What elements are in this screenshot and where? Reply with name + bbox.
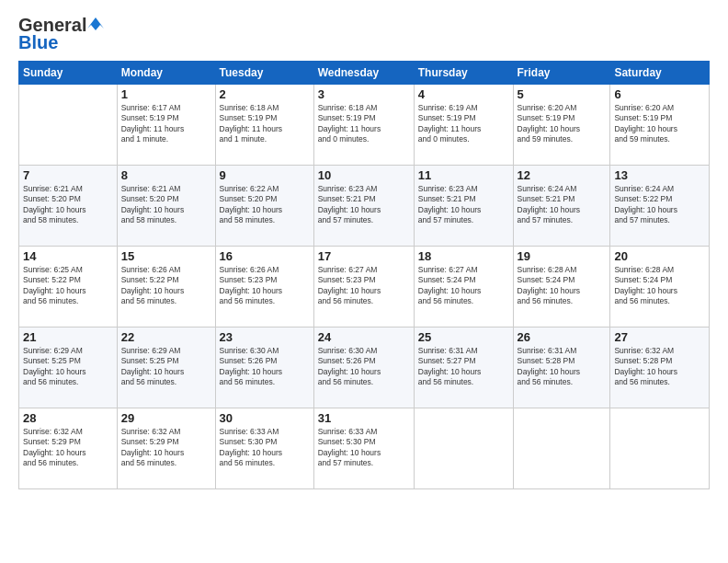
cell-info: Sunrise: 6:20 AM Sunset: 5:19 PM Dayligh… (518, 103, 607, 145)
calendar-cell: 13Sunrise: 6:24 AM Sunset: 5:22 PM Dayli… (610, 166, 710, 247)
day-number: 5 (518, 87, 607, 101)
svg-marker-0 (87, 17, 104, 30)
day-number: 20 (614, 249, 705, 263)
calendar-cell: 7Sunrise: 6:21 AM Sunset: 5:20 PM Daylig… (19, 166, 118, 247)
day-number: 19 (518, 249, 607, 263)
calendar-cell: 30Sunrise: 6:33 AM Sunset: 5:30 PM Dayli… (215, 408, 313, 489)
cell-info: Sunrise: 6:32 AM Sunset: 5:28 PM Dayligh… (614, 346, 705, 388)
calendar-cell: 26Sunrise: 6:31 AM Sunset: 5:28 PM Dayli… (513, 327, 610, 408)
day-number: 7 (23, 168, 113, 182)
calendar-cell (513, 408, 610, 489)
cell-info: Sunrise: 6:31 AM Sunset: 5:27 PM Dayligh… (418, 346, 509, 388)
cell-info: Sunrise: 6:25 AM Sunset: 5:22 PM Dayligh… (23, 265, 113, 307)
calendar-cell: 19Sunrise: 6:28 AM Sunset: 5:24 PM Dayli… (513, 247, 610, 327)
calendar-table: SundayMondayTuesdayWednesdayThursdayFrid… (18, 61, 710, 489)
day-number: 28 (23, 411, 113, 425)
cell-info: Sunrise: 6:26 AM Sunset: 5:23 PM Dayligh… (220, 265, 310, 307)
weekday-header-row: SundayMondayTuesdayWednesdayThursdayFrid… (19, 62, 710, 85)
calendar-cell: 29Sunrise: 6:32 AM Sunset: 5:29 PM Dayli… (117, 408, 215, 489)
page: General Blue SundayMondayTuesdayWednesda… (0, 0, 728, 563)
week-row-1: 1Sunrise: 6:17 AM Sunset: 5:19 PM Daylig… (19, 85, 710, 166)
cell-info: Sunrise: 6:31 AM Sunset: 5:28 PM Dayligh… (518, 346, 607, 388)
cell-info: Sunrise: 6:27 AM Sunset: 5:23 PM Dayligh… (318, 265, 410, 307)
calendar-cell: 24Sunrise: 6:30 AM Sunset: 5:26 PM Dayli… (313, 327, 414, 408)
week-row-2: 7Sunrise: 6:21 AM Sunset: 5:20 PM Daylig… (19, 166, 710, 247)
calendar-cell: 8Sunrise: 6:21 AM Sunset: 5:20 PM Daylig… (117, 166, 215, 247)
weekday-header-thursday: Thursday (414, 62, 513, 85)
calendar-cell: 6Sunrise: 6:20 AM Sunset: 5:19 PM Daylig… (610, 85, 710, 166)
cell-info: Sunrise: 6:30 AM Sunset: 5:26 PM Dayligh… (220, 346, 310, 388)
cell-info: Sunrise: 6:23 AM Sunset: 5:21 PM Dayligh… (418, 184, 509, 226)
calendar-cell: 2Sunrise: 6:18 AM Sunset: 5:19 PM Daylig… (215, 85, 313, 166)
weekday-header-saturday: Saturday (610, 62, 710, 85)
calendar-cell: 1Sunrise: 6:17 AM Sunset: 5:19 PM Daylig… (117, 85, 215, 166)
cell-info: Sunrise: 6:18 AM Sunset: 5:19 PM Dayligh… (318, 103, 410, 145)
day-number: 4 (418, 87, 509, 101)
day-number: 16 (220, 249, 310, 263)
calendar-cell: 9Sunrise: 6:22 AM Sunset: 5:20 PM Daylig… (215, 166, 313, 247)
day-number: 21 (23, 330, 113, 344)
cell-info: Sunrise: 6:17 AM Sunset: 5:19 PM Dayligh… (121, 103, 211, 145)
cell-info: Sunrise: 6:24 AM Sunset: 5:22 PM Dayligh… (614, 184, 705, 226)
day-number: 24 (318, 330, 410, 344)
cell-info: Sunrise: 6:27 AM Sunset: 5:24 PM Dayligh… (418, 265, 509, 307)
cell-info: Sunrise: 6:29 AM Sunset: 5:25 PM Dayligh… (121, 346, 211, 388)
day-number: 13 (614, 168, 705, 182)
day-number: 26 (518, 330, 607, 344)
day-number: 27 (614, 330, 705, 344)
calendar-cell: 27Sunrise: 6:32 AM Sunset: 5:28 PM Dayli… (610, 327, 710, 408)
day-number: 15 (121, 249, 211, 263)
weekday-header-friday: Friday (513, 62, 610, 85)
day-number: 11 (418, 168, 509, 182)
calendar-cell: 23Sunrise: 6:30 AM Sunset: 5:26 PM Dayli… (215, 327, 313, 408)
day-number: 18 (418, 249, 509, 263)
calendar-cell: 5Sunrise: 6:20 AM Sunset: 5:19 PM Daylig… (513, 85, 610, 166)
calendar-cell: 10Sunrise: 6:23 AM Sunset: 5:21 PM Dayli… (313, 166, 414, 247)
day-number: 3 (318, 87, 410, 101)
day-number: 10 (318, 168, 410, 182)
calendar-cell: 14Sunrise: 6:25 AM Sunset: 5:22 PM Dayli… (19, 247, 118, 327)
logo-bird-icon (87, 16, 104, 32)
calendar-cell (414, 408, 513, 489)
calendar-cell: 16Sunrise: 6:26 AM Sunset: 5:23 PM Dayli… (215, 247, 313, 327)
calendar-cell: 4Sunrise: 6:19 AM Sunset: 5:19 PM Daylig… (414, 85, 513, 166)
logo-blue: Blue (18, 32, 58, 53)
weekday-header-sunday: Sunday (19, 62, 118, 85)
cell-info: Sunrise: 6:18 AM Sunset: 5:19 PM Dayligh… (220, 103, 310, 145)
cell-info: Sunrise: 6:30 AM Sunset: 5:26 PM Dayligh… (318, 346, 410, 388)
calendar-cell: 12Sunrise: 6:24 AM Sunset: 5:21 PM Dayli… (513, 166, 610, 247)
day-number: 9 (220, 168, 310, 182)
day-number: 12 (518, 168, 607, 182)
calendar-cell: 20Sunrise: 6:28 AM Sunset: 5:24 PM Dayli… (610, 247, 710, 327)
day-number: 23 (220, 330, 310, 344)
week-row-3: 14Sunrise: 6:25 AM Sunset: 5:22 PM Dayli… (19, 247, 710, 327)
cell-info: Sunrise: 6:26 AM Sunset: 5:22 PM Dayligh… (121, 265, 211, 307)
weekday-header-wednesday: Wednesday (313, 62, 414, 85)
day-number: 30 (220, 411, 310, 425)
weekday-header-tuesday: Tuesday (215, 62, 313, 85)
day-number: 8 (121, 168, 211, 182)
cell-info: Sunrise: 6:20 AM Sunset: 5:19 PM Dayligh… (614, 103, 705, 145)
calendar-cell: 15Sunrise: 6:26 AM Sunset: 5:22 PM Dayli… (117, 247, 215, 327)
day-number: 17 (318, 249, 410, 263)
week-row-5: 28Sunrise: 6:32 AM Sunset: 5:29 PM Dayli… (19, 408, 710, 489)
cell-info: Sunrise: 6:32 AM Sunset: 5:29 PM Dayligh… (23, 427, 113, 469)
cell-info: Sunrise: 6:23 AM Sunset: 5:21 PM Dayligh… (318, 184, 410, 226)
week-row-4: 21Sunrise: 6:29 AM Sunset: 5:25 PM Dayli… (19, 327, 710, 408)
header: General Blue (18, 15, 710, 53)
cell-info: Sunrise: 6:32 AM Sunset: 5:29 PM Dayligh… (121, 427, 211, 469)
calendar-cell: 22Sunrise: 6:29 AM Sunset: 5:25 PM Dayli… (117, 327, 215, 408)
calendar-cell: 18Sunrise: 6:27 AM Sunset: 5:24 PM Dayli… (414, 247, 513, 327)
day-number: 6 (614, 87, 705, 101)
cell-info: Sunrise: 6:28 AM Sunset: 5:24 PM Dayligh… (614, 265, 705, 307)
day-number: 2 (220, 87, 310, 101)
cell-info: Sunrise: 6:19 AM Sunset: 5:19 PM Dayligh… (418, 103, 509, 145)
calendar-cell: 25Sunrise: 6:31 AM Sunset: 5:27 PM Dayli… (414, 327, 513, 408)
cell-info: Sunrise: 6:33 AM Sunset: 5:30 PM Dayligh… (220, 427, 310, 469)
cell-info: Sunrise: 6:21 AM Sunset: 5:20 PM Dayligh… (23, 184, 113, 226)
calendar-cell: 31Sunrise: 6:33 AM Sunset: 5:30 PM Dayli… (313, 408, 414, 489)
day-number: 22 (121, 330, 211, 344)
cell-info: Sunrise: 6:33 AM Sunset: 5:30 PM Dayligh… (318, 427, 410, 469)
day-number: 14 (23, 249, 113, 263)
cell-info: Sunrise: 6:29 AM Sunset: 5:25 PM Dayligh… (23, 346, 113, 388)
